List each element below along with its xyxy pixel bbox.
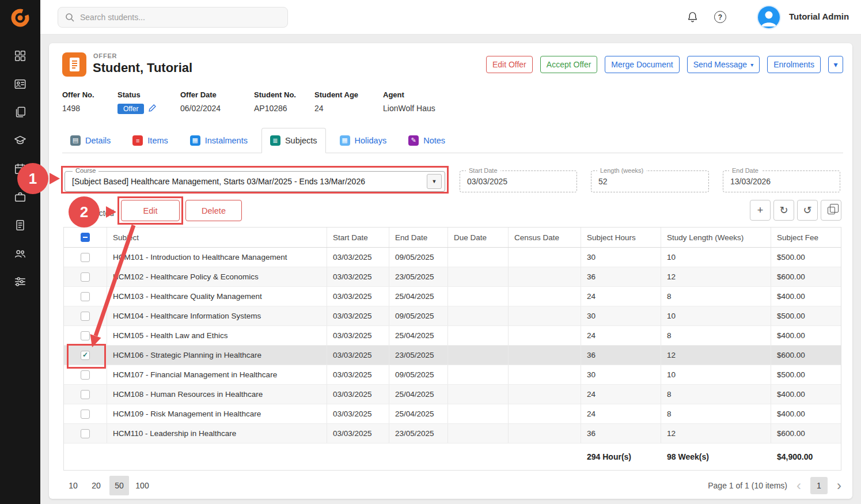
agent-link[interactable]: LionWolf Haus — [383, 104, 435, 113]
send-message-button[interactable]: Send Message▾ — [687, 56, 760, 73]
row-checkbox[interactable] — [81, 370, 90, 380]
chevron-down-icon[interactable]: ▼ — [427, 174, 442, 189]
tab-subjects[interactable]: ≣Subjects — [261, 128, 326, 153]
help-icon[interactable]: ? — [714, 11, 726, 23]
dashboard-icon[interactable] — [14, 50, 26, 62]
row-checkbox[interactable] — [81, 429, 90, 438]
copy-icon[interactable] — [821, 200, 841, 221]
page-size-10[interactable]: 10 — [63, 476, 83, 495]
refresh-icon[interactable]: ↻ — [773, 200, 794, 221]
bell-icon[interactable] — [686, 11, 699, 25]
offer-date-value: 06/02/2024 — [180, 104, 221, 113]
edit-offer-button[interactable]: Edit Offer — [486, 56, 533, 73]
finance-icon[interactable] — [14, 219, 26, 232]
send-message-label: Send Message — [693, 60, 747, 69]
table-row[interactable]: HCM102 - Healthcare Policy & Economics 0… — [64, 267, 841, 287]
col-subject[interactable]: Subject — [107, 228, 327, 247]
length-weeks-field: Length (weeks) 52 — [591, 170, 709, 192]
student-age-field: Student Age 24 — [314, 90, 358, 113]
col-census-date[interactable]: Census Date — [509, 228, 581, 247]
course-select-value: [Subject Based] Healthcare Management, S… — [65, 172, 445, 191]
page-size-20[interactable]: 20 — [86, 476, 106, 495]
hours-cell: 30 — [581, 365, 661, 384]
row-checkbox[interactable] — [81, 253, 90, 262]
row-checkbox[interactable] — [81, 272, 90, 282]
settings-icon[interactable] — [14, 275, 26, 288]
offer-no-label: Offer No. — [62, 90, 94, 99]
page-info: Page 1 of 1 (10 items) — [708, 481, 787, 490]
history-icon[interactable]: ↺ — [797, 200, 818, 221]
table-row[interactable]: HCM109 - Risk Management in Healthcare 0… — [64, 404, 841, 424]
user-name[interactable]: Tutorial Admin — [789, 12, 849, 21]
row-checkbox[interactable] — [81, 292, 90, 301]
table-row[interactable]: HCM104 - Healthcare Information Systems … — [64, 306, 841, 326]
student-no-label: Student No. — [254, 90, 296, 99]
student-no-link[interactable]: AP10286 — [254, 104, 296, 113]
weeks-cell: 8 — [661, 385, 771, 404]
end-date-cell: 25/04/2025 — [389, 385, 448, 404]
edit-status-icon[interactable] — [148, 104, 157, 114]
contacts-icon[interactable] — [14, 78, 26, 90]
table-row[interactable]: HCM110 - Leadership in Healthcare 03/03/… — [64, 424, 841, 444]
tab-notes[interactable]: ✎Notes — [400, 128, 453, 153]
tab-holidays[interactable]: ▦Holidays — [332, 128, 395, 153]
tab-instalments[interactable]: ▦Instalments — [182, 128, 256, 153]
next-page-icon[interactable]: › — [837, 477, 841, 494]
more-actions-button[interactable]: ▾ — [828, 56, 843, 73]
start-date-cell: 03/03/2025 — [327, 248, 389, 267]
course-select[interactable]: [Subject Based] Healthcare Management, S… — [65, 171, 445, 192]
start-date-cell: 03/03/2025 — [327, 404, 389, 423]
end-date-field: End Date 13/03/2026 — [723, 170, 840, 192]
search-input[interactable] — [58, 7, 288, 28]
row-checkbox[interactable] — [81, 390, 90, 399]
page-size-50[interactable]: 50 — [109, 476, 129, 495]
col-subject-fee[interactable]: Subject Fee — [771, 228, 841, 247]
edit-subject-button[interactable]: Edit — [121, 200, 180, 221]
select-all-checkbox[interactable] — [81, 233, 90, 242]
offer-date-label: Offer Date — [180, 90, 221, 99]
due-date-cell — [448, 385, 509, 404]
fee-cell: $600.00 — [771, 424, 841, 443]
agents-icon[interactable] — [14, 191, 26, 203]
avatar[interactable] — [758, 6, 780, 28]
census-date-cell — [509, 385, 581, 404]
courses-icon[interactable] — [14, 134, 26, 147]
delete-subject-button[interactable]: Delete — [185, 200, 242, 221]
enrolments-button[interactable]: Enrolments — [767, 56, 821, 73]
merge-document-button[interactable]: Merge Document — [605, 56, 679, 73]
calendar-icon[interactable] — [14, 162, 26, 175]
add-icon[interactable]: + — [750, 200, 771, 221]
tab-details[interactable]: ▤Details — [62, 128, 119, 153]
notes-tab-icon: ✎ — [408, 135, 419, 146]
row-checkbox[interactable] — [81, 351, 90, 360]
start-date-field: Start Date 03/03/2025 — [460, 170, 577, 192]
subject-cell: HCM103 - Healthcare Quality Management — [107, 287, 327, 306]
row-checkbox[interactable] — [81, 331, 90, 340]
tab-items[interactable]: ≡Items — [124, 128, 176, 153]
weeks-cell: 8 — [661, 287, 771, 306]
accept-offer-button[interactable]: Accept Offer — [540, 56, 598, 73]
offers-icon[interactable] — [14, 106, 26, 119]
table-row[interactable]: HCM103 - Healthcare Quality Management 0… — [64, 287, 841, 306]
end-date-cell: 25/04/2025 — [389, 287, 448, 306]
table-totals-row: 294 Hour(s) 98 Week(s) $4,900.00 — [64, 444, 841, 470]
col-start-date[interactable]: Start Date — [327, 228, 389, 247]
row-checkbox[interactable] — [81, 410, 90, 419]
col-due-date[interactable]: Due Date — [448, 228, 509, 247]
col-subject-hours[interactable]: Subject Hours — [581, 228, 661, 247]
table-row[interactable]: HCM107 - Financial Management in Healthc… — [64, 365, 841, 385]
table-row[interactable]: HCM108 - Human Resources in Healthcare 0… — [64, 385, 841, 404]
row-checkbox[interactable] — [81, 312, 90, 321]
users-icon[interactable] — [14, 247, 26, 260]
table-row[interactable]: HCM101 - Introduction to Healthcare Mana… — [64, 248, 841, 267]
table-row[interactable]: HCM105 - Health Law and Ethics 03/03/202… — [64, 326, 841, 346]
col-end-date[interactable]: End Date — [389, 228, 448, 247]
table-row[interactable]: HCM106 - Strategic Planning in Healthcar… — [64, 346, 841, 365]
col-study-length[interactable]: Study Length (Weeks) — [661, 228, 771, 247]
page-number-button[interactable]: 1 — [810, 477, 828, 494]
page-size-100[interactable]: 100 — [132, 476, 152, 495]
agent-field: Agent LionWolf Haus — [383, 90, 435, 113]
fee-cell: $400.00 — [771, 287, 841, 306]
app-logo-icon[interactable] — [0, 0, 40, 36]
prev-page-icon[interactable]: ‹ — [796, 477, 801, 494]
